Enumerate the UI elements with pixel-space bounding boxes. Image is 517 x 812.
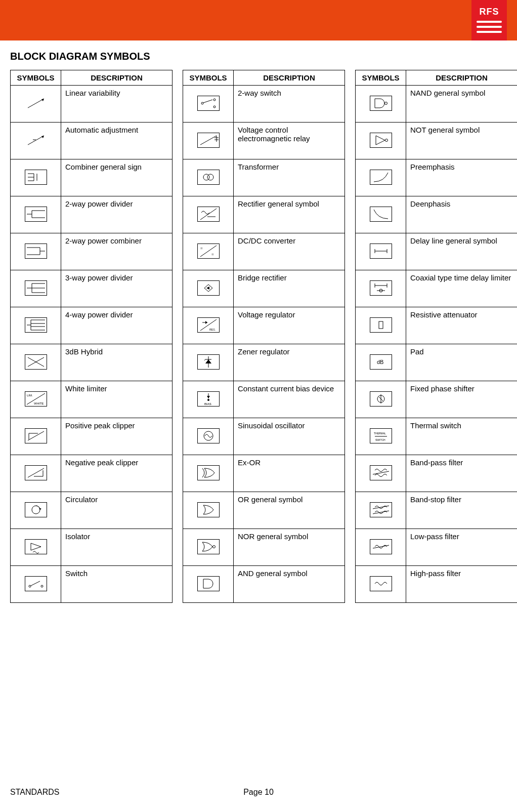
table-row: 4-way power divider: [11, 307, 173, 344]
table-row: 2-way switch: [183, 86, 345, 123]
svg-line-129: [373, 545, 389, 548]
symbol-description: Ex-OR: [234, 455, 345, 492]
symbol-description: High-pass filter: [406, 566, 518, 603]
switch-icon: [11, 566, 61, 603]
page-title: BLOCK DIAGRAM SYMBOLS: [10, 51, 507, 62]
symbol-description: Low-pass filter: [406, 529, 518, 566]
svg-point-52: [213, 106, 216, 108]
header-description: DESCRIPTION: [406, 70, 518, 86]
svg-point-46: [29, 585, 31, 587]
symbol-description: OR general symbol: [234, 492, 345, 529]
not-general-icon: [356, 123, 406, 159]
symbol-description: Band-stop filter: [406, 492, 518, 529]
symbol-description: 4-way power divider: [61, 307, 173, 344]
symbol-description: DC/DC converter: [234, 233, 345, 270]
symbol-description: Positive peak clipper: [61, 418, 173, 455]
voltage-control-relay-icon: [183, 123, 234, 159]
band-pass-filter-icon: [356, 455, 406, 492]
symbol-description: Rectifier general symbol: [234, 196, 345, 233]
svg-point-85: [207, 399, 209, 401]
deenphasis-icon: [356, 196, 406, 233]
negative-peak-clipper-icon: [11, 455, 61, 492]
and-general-icon: [183, 566, 234, 603]
table-row: OR general symbol: [183, 492, 345, 529]
automatic-adjustment-icon: [11, 123, 61, 159]
svg-rect-112: [379, 321, 383, 329]
table-row: Switch: [11, 566, 173, 603]
symbol-description: Zener regulator: [234, 344, 345, 381]
svg-line-68: [200, 246, 217, 257]
table-row: Low-pass filter: [356, 529, 518, 566]
symbol-description: Pad: [406, 344, 518, 381]
svg-rect-40: [25, 502, 47, 517]
header-description: DESCRIPTION: [61, 70, 173, 86]
svg-rect-43: [25, 539, 47, 554]
ex-or-icon: [183, 455, 234, 492]
symbol-description: Deenphasis: [406, 196, 518, 233]
header-bar: RFS: [0, 0, 517, 40]
dcdc-converter-icon: ==: [183, 233, 234, 270]
table-row: THERMALSWITCHThermal switch: [356, 418, 518, 455]
svg-rect-49: [197, 96, 219, 110]
svg-marker-44: [31, 543, 41, 550]
svg-text:REG.: REG.: [209, 328, 216, 331]
symbol-description: 2-way power divider: [61, 196, 173, 233]
symbol-description: Sinusoidal oscillator: [234, 418, 345, 455]
table-row: dBPad: [356, 344, 518, 381]
svg-rect-45: [25, 576, 47, 591]
positive-peak-clipper-icon: [11, 418, 61, 455]
table-row: Zener regulator: [183, 344, 345, 381]
white-limiter-icon: LIM.WHITE: [11, 381, 61, 418]
symbol-description: Automatic adjustment: [61, 123, 173, 159]
zener-regulator-icon: [183, 344, 234, 381]
symbol-description: Preemphasis: [406, 159, 518, 196]
2way-power-divider-icon: [11, 196, 61, 233]
symbol-description: Bridge rectifier: [234, 270, 345, 307]
bridge-rectifier-icon: [183, 270, 234, 307]
svg-text:BIAS: BIAS: [204, 402, 211, 405]
table-row: Linear variability: [11, 86, 173, 123]
svg-text:=: =: [211, 252, 214, 257]
table-row: Bridge rectifier: [183, 270, 345, 307]
table-row: NOT general symbol: [356, 123, 518, 159]
svg-rect-93: [197, 576, 219, 591]
header-symbols: SYMBOLS: [11, 70, 61, 86]
table-row: Band-pass filter: [356, 455, 518, 492]
svg-point-92: [212, 545, 215, 548]
table-row: 3dB Hybrid: [11, 344, 173, 381]
symbol-description: Combiner general sign: [61, 159, 173, 196]
svg-rect-105: [370, 280, 392, 295]
svg-line-81: [204, 359, 205, 360]
low-pass-filter-icon: [356, 529, 406, 566]
svg-line-39: [28, 468, 44, 477]
svg-marker-97: [376, 136, 385, 145]
symbol-description: Coaxial type time delay limiter: [406, 270, 518, 307]
svg-text:THERMAL: THERMAL: [374, 432, 386, 435]
symbol-description: 2-way switch: [234, 86, 345, 123]
svg-line-0: [28, 99, 44, 108]
symbol-description: Voltage control electromagnetic relay: [234, 123, 345, 159]
symbol-description: 3-way power divider: [61, 270, 173, 307]
symbol-description: AND general symbol: [234, 566, 345, 603]
table-row: Negative peak clipper: [11, 455, 173, 492]
3way-power-divider-icon: [11, 270, 61, 307]
symbol-description: NAND general symbol: [406, 86, 518, 123]
table-row: Transformer: [183, 159, 345, 196]
linear-variability-icon: [11, 86, 61, 123]
logo-waves-icon: [477, 19, 502, 34]
symbol-description: Delay line general symbol: [406, 233, 518, 270]
rfs-logo: RFS: [471, 0, 507, 40]
high-pass-filter-icon: [356, 566, 406, 603]
symbol-description: Negative peak clipper: [61, 455, 173, 492]
svg-line-48: [31, 581, 40, 586]
symbol-description: Switch: [61, 566, 173, 603]
table-row: Sinusoidal oscillator: [183, 418, 345, 455]
table-row: Preemphasis: [356, 159, 518, 196]
constant-current-bias-icon: BIAS: [183, 381, 234, 418]
thermal-switch-icon: THERMALSWITCH: [356, 418, 406, 455]
table-row: Band-stop filter: [356, 492, 518, 529]
table-row: AND general symbol: [183, 566, 345, 603]
svg-point-50: [201, 102, 203, 104]
svg-rect-100: [370, 207, 392, 221]
table-row: Voltage control electromagnetic relay: [183, 123, 345, 159]
